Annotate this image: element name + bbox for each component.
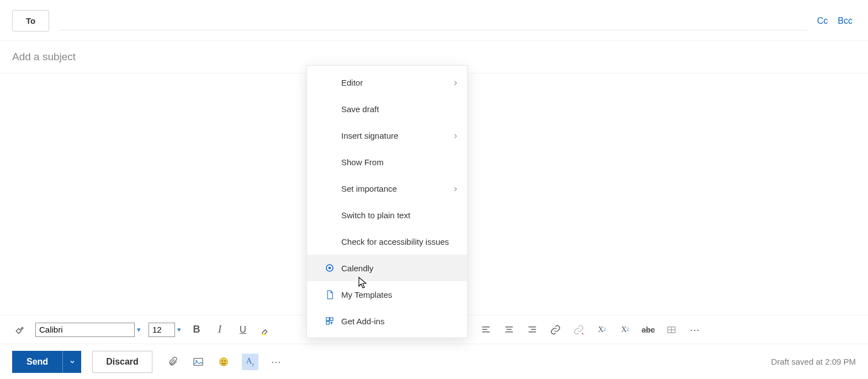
- insert-table-button[interactable]: [664, 322, 679, 338]
- align-left-button[interactable]: [478, 322, 494, 338]
- context-menu: Editor › Save draft Insert signature › S…: [306, 65, 468, 338]
- emoji-icon[interactable]: [216, 355, 231, 369]
- highlight-button[interactable]: [258, 322, 274, 338]
- link-button[interactable]: [548, 322, 563, 338]
- strikethrough-button[interactable]: abc: [641, 322, 656, 338]
- calendly-icon: [324, 264, 336, 272]
- superscript-button[interactable]: X2: [594, 322, 610, 338]
- send-options-button[interactable]: [62, 351, 81, 373]
- draft-status: Draft saved at 2:09 PM: [771, 357, 856, 366]
- menu-accessibility[interactable]: Check for accessibility issues: [307, 228, 467, 255]
- svg-rect-0: [262, 334, 267, 335]
- menu-insert-signature[interactable]: Insert signature ›: [307, 122, 467, 149]
- svg-point-16: [219, 357, 227, 366]
- menu-my-templates[interactable]: My Templates: [307, 281, 467, 308]
- italic-button[interactable]: I: [212, 322, 227, 338]
- send-button[interactable]: Send: [12, 351, 62, 373]
- addins-icon: [324, 317, 336, 325]
- insert-image-icon[interactable]: [191, 355, 205, 369]
- more-actions-button[interactable]: ⋯: [269, 355, 284, 369]
- svg-rect-22: [330, 318, 333, 320]
- menu-calendly[interactable]: Calendly: [307, 255, 467, 281]
- font-name-dropdown-icon[interactable]: ▾: [137, 325, 141, 334]
- menu-set-importance[interactable]: Set importance ›: [307, 175, 467, 202]
- chevron-right-icon: ›: [454, 130, 457, 141]
- attach-icon[interactable]: [166, 355, 180, 369]
- menu-show-from[interactable]: Show From: [307, 149, 467, 175]
- bold-button[interactable]: B: [189, 322, 204, 338]
- more-format-button[interactable]: ⋯: [687, 322, 702, 338]
- chevron-right-icon: ›: [454, 183, 457, 194]
- chevron-right-icon: ›: [454, 77, 457, 88]
- svg-line-10: [582, 333, 584, 334]
- svg-rect-14: [194, 358, 203, 365]
- svg-rect-21: [326, 318, 329, 320]
- menu-get-addins[interactable]: Get Add-ins: [307, 308, 467, 334]
- font-size-input[interactable]: [149, 323, 175, 337]
- menu-editor[interactable]: Editor ›: [307, 69, 467, 96]
- underline-button[interactable]: U: [235, 322, 251, 338]
- send-button-group: Send: [12, 351, 81, 373]
- align-right-button[interactable]: [525, 322, 540, 338]
- bcc-link[interactable]: Bcc: [838, 16, 853, 26]
- font-size-dropdown-icon[interactable]: ▾: [177, 325, 181, 334]
- svg-rect-23: [326, 322, 329, 324]
- discard-button[interactable]: Discard: [92, 351, 152, 373]
- signature-icon[interactable]: Ay: [242, 354, 258, 370]
- svg-point-18: [224, 360, 225, 361]
- format-painter-icon[interactable]: [12, 322, 28, 338]
- svg-point-20: [329, 267, 331, 270]
- font-name-input[interactable]: [35, 323, 135, 337]
- templates-icon: [324, 290, 336, 299]
- to-button[interactable]: To: [12, 10, 49, 31]
- unlink-button[interactable]: [571, 322, 586, 338]
- svg-point-17: [221, 360, 223, 361]
- menu-plain-text[interactable]: Switch to plain text: [307, 202, 467, 228]
- cc-link[interactable]: Cc: [817, 16, 828, 26]
- subscript-button[interactable]: X2: [617, 322, 633, 338]
- menu-save-draft[interactable]: Save draft: [307, 96, 467, 122]
- recipients-row: To Cc Bcc: [0, 0, 868, 41]
- to-input[interactable]: [59, 12, 807, 30]
- action-bar: Send Discard Ay ⋯ Draft saved at 2:09 PM: [0, 344, 868, 379]
- align-center-button[interactable]: [501, 322, 517, 338]
